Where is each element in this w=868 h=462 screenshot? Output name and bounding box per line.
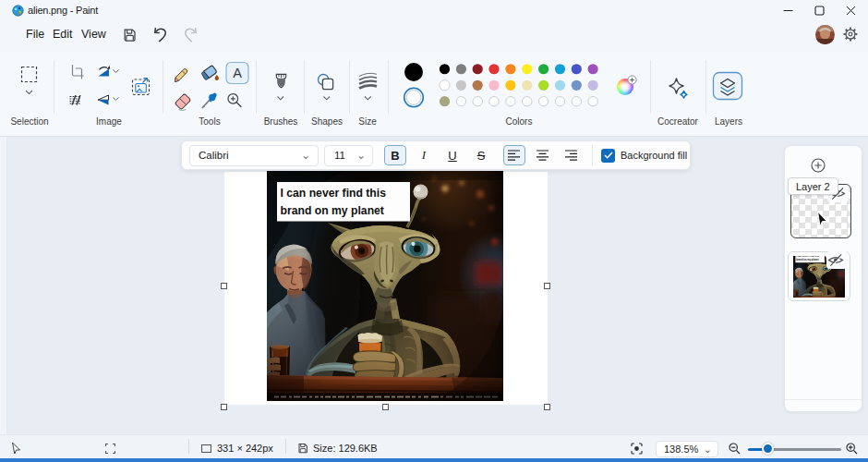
svg-text:A: A (233, 66, 242, 80)
